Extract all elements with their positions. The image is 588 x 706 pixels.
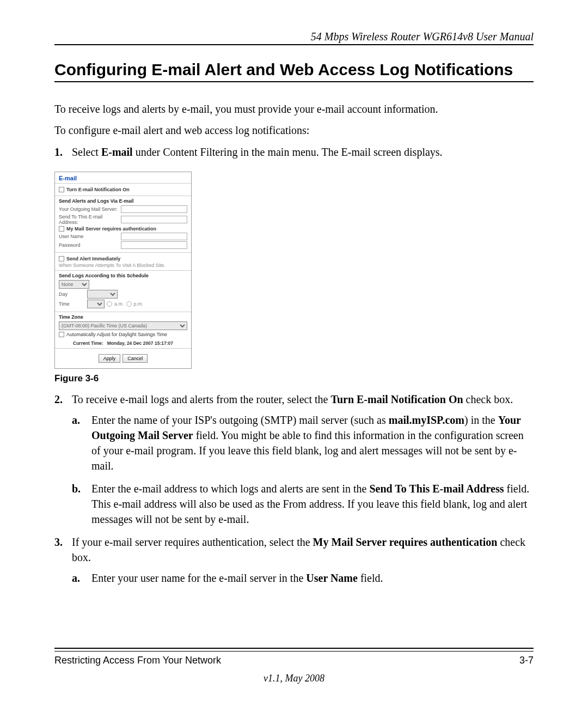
sendto-input[interactable] (121, 216, 187, 223)
footer-rule (54, 648, 534, 652)
footer-section-title: Restricting Access From Your Network (54, 655, 221, 666)
dst-checkbox[interactable] (59, 332, 64, 337)
password-label: Password (59, 242, 119, 248)
heading-rule (54, 81, 534, 82)
alert-immediate-checkbox[interactable] (59, 256, 64, 261)
schedule-day-select[interactable] (87, 290, 118, 299)
step-3a-t1: Enter your user name for the e-mail serv… (91, 572, 306, 584)
step-2a: a. Enter the name of your ISP's outgoing… (72, 412, 534, 473)
timezone-select[interactable]: (GMT-08:00) Pacific Time (US Canada) (59, 321, 187, 330)
current-time-value: Monday, 24 Dec 2007 15:17:07 (107, 340, 173, 346)
step-2b: b. Enter the e-mail address to which log… (72, 481, 534, 527)
username-input[interactable] (121, 233, 187, 240)
alert-immediate-label: Send Alert Immediately (66, 256, 120, 261)
outgoing-server-label: Your Outgoing Mail Server: (59, 206, 119, 212)
step-2a-b1: mail.myISP.com (389, 414, 464, 426)
cancel-button[interactable]: Cancel (122, 354, 148, 363)
step-2a-t2: ) in the (464, 414, 498, 426)
step-2a-marker: a. (72, 412, 80, 428)
send-section-head: Send Alerts and Logs Via E-mail (59, 198, 187, 204)
step-3a-t2: field. (358, 572, 383, 584)
step-2-post: check box. (463, 393, 513, 405)
schedule-day-label: Day (59, 291, 85, 297)
password-input[interactable] (121, 241, 187, 249)
current-time-label: Current Time: (73, 340, 103, 346)
dst-label: Automatically Adjust for Daylight Saving… (66, 332, 167, 337)
figure-caption: Figure 3-6 (54, 373, 534, 384)
step-2-marker: 2. (54, 392, 63, 407)
manual-page: 54 Mbps Wireless Router WGR614v8 User Ma… (0, 0, 588, 706)
timezone-head: Time Zone (59, 314, 187, 320)
step-3-marker: 3. (54, 534, 63, 550)
running-header: 54 Mbps Wireless Router WGR614v8 User Ma… (54, 31, 534, 43)
schedule-time-label: Time (59, 301, 85, 307)
step-2-pre: To receive e-mail logs and alerts from t… (72, 393, 330, 405)
step-3: 3. If your e-mail server requires authen… (54, 534, 534, 586)
step-1-text-pre: Select (72, 146, 101, 158)
panel-title: E-mail (55, 172, 191, 184)
schedule-head: Send Logs According to this Schedule (59, 273, 187, 278)
apply-button[interactable]: Apply (99, 354, 121, 363)
page-footer: Restricting Access From Your Network 3-7… (54, 638, 534, 684)
header-rule (54, 44, 534, 45)
sendto-label: Send To This E-mail Address: (59, 214, 119, 225)
step-2: 2. To receive e-mail logs and alerts fro… (54, 392, 534, 527)
step-1-text-post: under Content Filtering in the main menu… (133, 146, 443, 158)
section-heading: Configuring E-mail Alert and Web Access … (54, 60, 534, 79)
step-2a-t1: Enter the name of your ISP's outgoing (S… (91, 414, 389, 426)
step-2b-marker: b. (72, 481, 81, 496)
step-2-bold: Turn E-mail Notification On (330, 393, 463, 405)
am-radio[interactable] (107, 301, 112, 307)
step-3-t1: If your e-mail server requires authentic… (72, 536, 313, 548)
auth-checkbox[interactable] (59, 226, 64, 232)
step-3a: a. Enter your user name for the e-mail s… (72, 570, 534, 586)
step-1: 1. Select E-mail under Content Filtering… (54, 144, 534, 160)
step-1-bold: E-mail (101, 146, 133, 158)
pm-radio[interactable] (126, 301, 132, 307)
footer-version: v1.1, May 2008 (54, 673, 534, 684)
username-label: User Name (59, 234, 119, 239)
step-1-marker: 1. (54, 144, 63, 160)
outgoing-server-input[interactable] (121, 205, 187, 213)
step-2b-t1: Enter the e-mail address to which logs a… (91, 483, 369, 495)
am-label: a.m. (114, 301, 124, 307)
auth-label: My Mail Server requires authentication (66, 226, 156, 232)
footer-page-number: 3-7 (519, 655, 534, 666)
email-config-screenshot: E-mail Turn E-mail Notification On Send … (54, 172, 192, 369)
notification-label: Turn E-mail Notification On (66, 187, 130, 192)
intro-paragraph-2: To configure e-mail alert and web access… (54, 123, 534, 138)
pm-label: p.m. (134, 301, 144, 307)
step-3-b1: My Mail Server requires authentication (313, 536, 498, 548)
alert-immediate-subtext: When Someone Attempts To Visit A Blocked… (59, 263, 187, 268)
step-3a-marker: a. (72, 570, 80, 586)
schedule-time-select[interactable] (87, 300, 105, 308)
step-3a-b1: User Name (306, 572, 358, 584)
notification-checkbox[interactable] (59, 187, 64, 192)
schedule-freq-select[interactable]: None (59, 280, 89, 289)
step-2b-b1: Send To This E-mail Address (369, 483, 504, 495)
intro-paragraph-1: To receive logs and alerts by e-mail, yo… (54, 102, 534, 117)
